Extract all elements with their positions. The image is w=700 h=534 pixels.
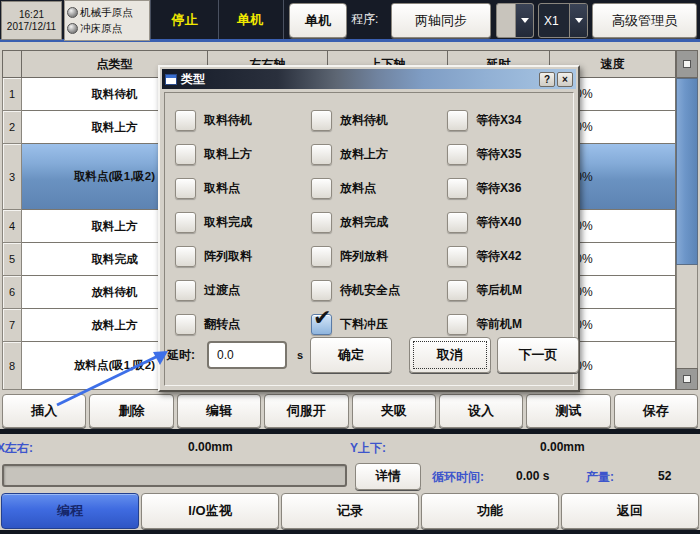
dialog-checkbox-item[interactable]: 等待X40 <box>447 205 567 239</box>
detail-button[interactable]: 详情 <box>355 463 421 490</box>
checkbox-label: 放料上方 <box>340 146 388 163</box>
checkbox-icon[interactable] <box>311 110 332 131</box>
action-button[interactable]: 编辑 <box>177 394 261 428</box>
checkbox-icon[interactable] <box>311 246 332 267</box>
checkbox-icon[interactable] <box>447 280 468 301</box>
checkbox-icon[interactable] <box>175 178 196 199</box>
production-status-bar: 详情 循环时间: 0.00 s 产量: 52 <box>0 462 700 492</box>
dialog-checkbox-item[interactable]: 翻转点 <box>175 307 311 341</box>
clock: 16:21 2017/12/11 <box>1 1 62 40</box>
checkbox-icon[interactable] <box>175 212 196 233</box>
program-value-field[interactable]: 两轴同步 <box>391 3 491 38</box>
delay-input[interactable] <box>207 341 287 369</box>
checkbox-icon[interactable] <box>311 144 332 165</box>
checkbox-label: 阵列取料 <box>204 248 252 265</box>
checkbox-label: 取料上方 <box>204 146 252 163</box>
cancel-button[interactable]: 取消 <box>409 337 491 373</box>
dialog-checkbox-item[interactable]: 放料待机 <box>311 103 447 137</box>
checkbox-icon[interactable] <box>311 212 332 233</box>
press-origin-row[interactable]: 冲床原点 <box>67 22 149 36</box>
dialog-checkbox-item[interactable]: 放料完成 <box>311 205 447 239</box>
axis-dropdown[interactable]: X1 <box>538 3 588 38</box>
user-role-button[interactable]: 高级管理员 <box>592 3 697 38</box>
dialog-checkbox-item[interactable]: 等待X34 <box>447 103 567 137</box>
dialog-checkbox-item[interactable]: 等后机M <box>447 273 567 307</box>
checkbox-icon[interactable] <box>447 212 468 233</box>
dialog-checkbox-item[interactable]: 取料完成 <box>175 205 311 239</box>
dialog-checkbox-item[interactable]: 等待X42 <box>447 239 567 273</box>
tab-item[interactable]: 记录 <box>281 493 419 529</box>
tab-item[interactable]: 功能 <box>421 493 559 529</box>
checkbox-label: 等待X35 <box>476 146 521 163</box>
time-text: 16:21 <box>19 9 44 21</box>
checkbox-icon[interactable] <box>175 110 196 131</box>
next-page-button[interactable]: 下一页 <box>497 337 579 373</box>
checkbox-icon[interactable] <box>311 178 332 199</box>
action-button[interactable]: 测试 <box>526 394 610 428</box>
y-axis-label: Y上下: <box>350 440 386 457</box>
type-dialog: 类型 ? × 取料待机放料待机等待X34取料上方放料上方等待X35取料点放料点等… <box>158 65 580 392</box>
dialog-checkbox-item[interactable]: 阵列取料 <box>175 239 311 273</box>
action-button[interactable]: 删除 <box>89 394 173 428</box>
dialog-checkbox-item[interactable]: 等待X35 <box>447 137 567 171</box>
robot-origin-row[interactable]: 机械手原点 <box>67 6 149 20</box>
cycle-time-label: 循环时间: <box>432 469 484 486</box>
checkbox-icon[interactable] <box>447 178 468 199</box>
checkbox-label: 等待X34 <box>476 112 521 129</box>
chevron-down-icon[interactable] <box>515 4 533 37</box>
mode-dropdown[interactable] <box>496 3 534 38</box>
dialog-checkbox-item[interactable]: 取料点 <box>175 171 311 205</box>
axis-dropdown-value: X1 <box>539 4 569 37</box>
x-axis-value: 0.00mm <box>188 440 233 454</box>
single-mode-status[interactable]: 单机 <box>217 0 284 39</box>
checkbox-label: 阵列放料 <box>340 248 388 265</box>
checkbox-icon[interactable] <box>447 110 468 131</box>
dialog-checkbox-item[interactable]: 待机安全点 <box>311 273 447 307</box>
checkbox-icon[interactable] <box>175 314 196 335</box>
tab-item[interactable]: I/O监视 <box>141 493 279 529</box>
tab-active[interactable]: 编程 <box>1 493 139 529</box>
checkbox-checked-icon[interactable]: ✔ <box>311 314 332 335</box>
dialog-checkbox-item[interactable]: 放料上方 <box>311 137 447 171</box>
dialog-title-bar[interactable]: 类型 ? × <box>162 69 576 89</box>
ok-button[interactable]: 确定 <box>310 337 392 373</box>
action-button[interactable]: 设入 <box>439 394 523 428</box>
checkbox-icon[interactable] <box>175 280 196 301</box>
checkbox-icon[interactable] <box>447 314 468 335</box>
checkbox-label: 取料完成 <box>204 214 252 231</box>
scrollbar-top-button[interactable] <box>676 50 698 78</box>
robot-origin-label: 机械手原点 <box>80 6 133 20</box>
close-icon[interactable]: × <box>557 72 573 87</box>
dialog-checkbox-item[interactable]: 过渡点 <box>175 273 311 307</box>
action-button[interactable]: 夹吸 <box>352 394 436 428</box>
dialog-checkbox-item[interactable]: 阵列放料 <box>311 239 447 273</box>
dialog-checkbox-item[interactable]: 等前机M <box>447 307 567 341</box>
single-mode-button[interactable]: 单机 <box>289 3 347 38</box>
help-button[interactable]: ? <box>539 72 555 87</box>
cycle-time-value: 0.00 s <box>516 469 549 483</box>
checkbox-icon[interactable] <box>447 246 468 267</box>
tab-item[interactable]: 返回 <box>561 493 699 529</box>
action-button[interactable]: 插入 <box>2 394 86 428</box>
dialog-checkbox-item[interactable]: 取料上方 <box>175 137 311 171</box>
dialog-checkbox-item[interactable]: ✔下料冲压 <box>311 307 447 341</box>
chevron-down-icon[interactable] <box>569 4 587 37</box>
stop-status[interactable]: 停止 <box>150 0 219 39</box>
dialog-checkbox-item[interactable]: 等待X36 <box>447 171 567 205</box>
divider <box>0 530 700 534</box>
row-number: 1 <box>2 78 22 111</box>
checkbox-icon[interactable] <box>175 246 196 267</box>
action-button[interactable]: 保存 <box>614 394 698 428</box>
action-button[interactable]: 伺服开 <box>264 394 348 428</box>
dialog-checkbox-item[interactable]: 取料待机 <box>175 103 311 137</box>
checkbox-icon[interactable] <box>311 280 332 301</box>
dialog-checkbox-item[interactable]: 放料点 <box>311 171 447 205</box>
checkbox-icon[interactable] <box>175 144 196 165</box>
checkbox-grid: 取料待机放料待机等待X34取料上方放料上方等待X35取料点放料点等待X36取料完… <box>175 103 567 341</box>
scrollbar-bottom-button[interactable] <box>676 368 698 390</box>
row-number: 3 <box>2 144 22 210</box>
action-button-row: 插入删除编辑伺服开夹吸设入测试保存 <box>0 393 700 429</box>
checkbox-icon[interactable] <box>447 144 468 165</box>
checkbox-label: 等待X42 <box>476 248 521 265</box>
scrollbar-thumb[interactable] <box>676 78 698 265</box>
